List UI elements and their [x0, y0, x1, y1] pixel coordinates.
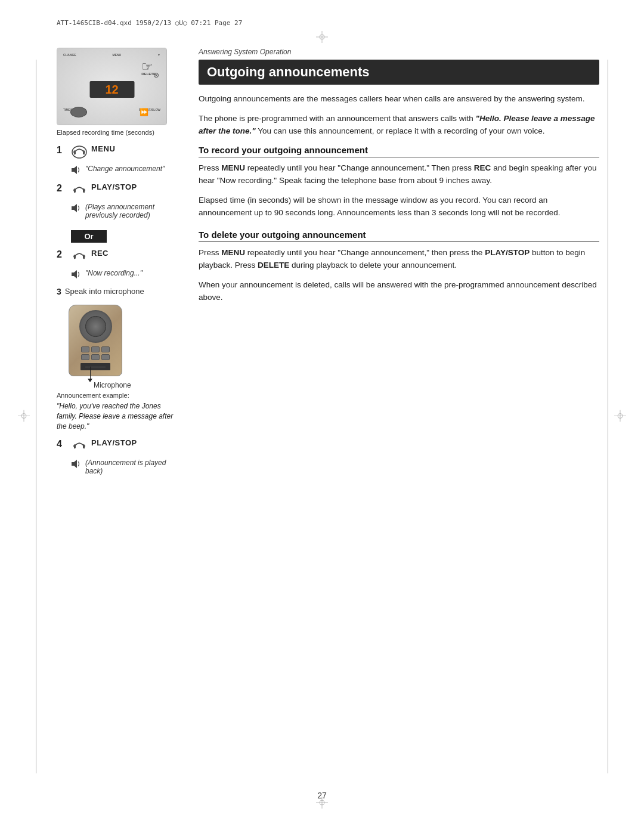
- announcement-example: Announcement example: "Hello, you've rea…: [57, 392, 182, 431]
- step-1-sub: "Change announcement": [71, 165, 182, 176]
- record-section: To record your outgoing announcement Pre…: [199, 145, 599, 219]
- side-line-left: [36, 60, 36, 773]
- intro-para-1: Outgoing announcements are the messages …: [199, 93, 599, 106]
- delete-section-title: To delete your outgoing announcement: [199, 230, 599, 242]
- mic-phone-body: ──────: [69, 305, 122, 376]
- file-header: ATT-1465CIB-d04.qxd 1950/2/13 ○U○ 07:21 …: [57, 19, 242, 27]
- delete-para-1: Press MENU repeatedly until you hear "Ch…: [199, 247, 599, 272]
- phone-display: CHANGE MENU ▼ ☞ 12 DELETE ⊗ TIMESIES REP…: [57, 48, 166, 125]
- registration-mark-top: [316, 31, 328, 45]
- page-content: CHANGE MENU ▼ ☞ 12 DELETE ⊗ TIMESIES REP…: [57, 48, 599, 785]
- step-4-hand-icon: [71, 439, 88, 453]
- display-number: 12: [105, 83, 118, 97]
- step-2b-sub: "Now recording...": [71, 269, 182, 281]
- arrow-down: [88, 379, 92, 382]
- mic-btn-5: [91, 354, 100, 360]
- step-2b-label: REC: [91, 249, 109, 258]
- right-column: Answering System Operation Outgoing anno…: [199, 48, 599, 785]
- step-2a-sub-text: (Plays announcement previously recorded): [85, 203, 182, 219]
- or-divider: Or: [71, 230, 107, 243]
- left-column: CHANGE MENU ▼ ☞ 12 DELETE ⊗ TIMESIES REP…: [57, 48, 182, 785]
- page-number: 27: [317, 791, 327, 800]
- step-4-sub: (Announcement is played back): [71, 459, 182, 475]
- step-3-label: Speak into microphone: [65, 287, 144, 296]
- record-section-title: To record your outgoing announcement: [199, 145, 599, 157]
- step-2b-sub-text: "Now recording...": [85, 269, 143, 277]
- step-2a-number: 2: [57, 184, 67, 193]
- step-2a-sub: (Plays announcement previously recorded): [71, 203, 182, 219]
- mic-btn-6: [101, 354, 110, 360]
- mic-btn-4: [81, 354, 89, 360]
- phone-display-image: CHANGE MENU ▼ ☞ 12 DELETE ⊗ TIMESIES REP…: [57, 48, 167, 125]
- microphone-arrow: [88, 367, 92, 382]
- step-2b: 2 REC: [57, 249, 182, 263]
- svg-rect-16: [72, 462, 74, 466]
- record-para-2: Elapsed time (in seconds) will be shown …: [199, 194, 599, 219]
- mic-speaker-inner: [85, 316, 106, 337]
- delete-section: To delete your outgoing announcement Pre…: [199, 230, 599, 304]
- elapsed-label: Elapsed recording time (seconds): [57, 129, 182, 136]
- step-4: 4 PLAY/STOP: [57, 438, 182, 453]
- phone-top-labels: CHANGE MENU ▼: [63, 53, 160, 57]
- speaker-icon-2b: [71, 270, 82, 281]
- speaker-icon-4: [71, 459, 82, 470]
- arrow-line: [90, 367, 91, 379]
- speaker-icon-2a: [71, 203, 82, 215]
- delete-para-2: When your announcement is deleted, calls…: [199, 279, 599, 304]
- registration-mark-right: [614, 410, 626, 423]
- step-2a-hand-icon: [71, 184, 88, 197]
- announcement-quote: "Hello, you've reached the Jones family.…: [57, 401, 182, 431]
- svg-rect-14: [72, 206, 74, 210]
- step-4-sub-text: (Announcement is played back): [85, 459, 182, 475]
- intro-2-post: You can use this announcement, or replac…: [256, 126, 545, 135]
- step-3-area: 3 Speak into microphone: [57, 287, 182, 388]
- announcement-example-title: Announcement example:: [57, 392, 182, 399]
- step-1-label: MENU: [91, 144, 115, 153]
- step-2a: 2 PLAY/STOP: [57, 182, 182, 197]
- mic-phone-speaker: [79, 310, 112, 343]
- step-2a-label: PLAY/STOP: [91, 182, 137, 191]
- step-4-label: PLAY/STOP: [91, 438, 137, 447]
- display-screen: 12: [89, 81, 134, 98]
- step-1: 1 MENU: [57, 144, 182, 159]
- mic-btn-1: [81, 346, 89, 352]
- nav-circle: [70, 107, 87, 117]
- speaker-icon-1: [71, 165, 82, 176]
- intro-para-2: The phone is pre-programmed with an anno…: [199, 113, 599, 138]
- step-2b-number: 2: [57, 250, 67, 259]
- delete-icon: ⊗: [153, 71, 159, 79]
- registration-mark-left: [18, 410, 30, 423]
- section-title: Outgoing announcements: [199, 60, 599, 85]
- step-1-hand-icon: [71, 145, 88, 159]
- mic-btn-2: [91, 346, 100, 352]
- microphone-image: ────── Microphone: [63, 302, 149, 388]
- mic-phone-buttons: [78, 346, 113, 360]
- microphone-text-label: Microphone: [94, 381, 131, 389]
- mic-phone-display: ──────: [80, 363, 110, 370]
- step-4-number: 4: [57, 439, 67, 449]
- svg-rect-13: [72, 168, 74, 172]
- svg-rect-15: [72, 272, 74, 276]
- step-3-header: 3 Speak into microphone: [57, 287, 182, 299]
- section-label: Answering System Operation: [199, 48, 599, 56]
- step-1-sub-text: "Change announcement": [85, 165, 165, 173]
- record-para-1: Press MENU repeatedly until you hear "Ch…: [199, 162, 599, 187]
- intro-2-pre: The phone is pre-programmed with an anno…: [199, 114, 476, 123]
- mic-btn-3: [101, 346, 110, 352]
- side-line-right: [608, 60, 608, 773]
- step-3-number: 3: [57, 287, 61, 296]
- step-2b-hand-icon: [71, 250, 88, 263]
- ff-icon: ⏩: [140, 108, 148, 116]
- step-1-number: 1: [57, 145, 67, 155]
